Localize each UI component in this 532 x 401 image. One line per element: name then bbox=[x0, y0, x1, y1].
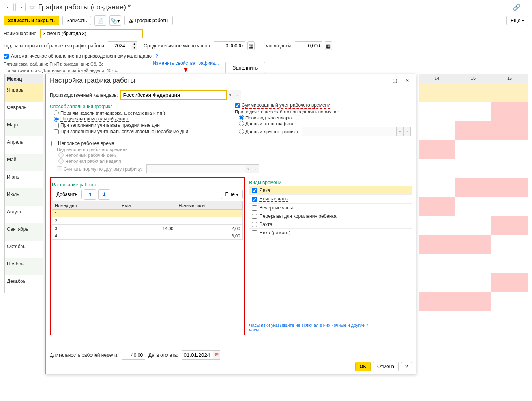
col-night: Ночные часы bbox=[176, 201, 243, 210]
by-prodcal-label: Производ. календарю bbox=[245, 115, 292, 120]
back-button[interactable]: ← bbox=[4, 3, 14, 11]
prod-calendar-dropdown[interactable]: ▾ bbox=[227, 90, 234, 100]
start-date-picker-button[interactable]: 📅 bbox=[213, 350, 220, 360]
month-oct[interactable]: Октябрь bbox=[5, 241, 43, 258]
avg-hours-input[interactable] bbox=[214, 41, 245, 50]
other-schedule-open: ▫ bbox=[404, 127, 411, 136]
month-mar[interactable]: Март bbox=[5, 119, 43, 136]
timetypes-list: Явка Ночные часы Вечерние часы Пере bbox=[249, 186, 412, 320]
help-icon[interactable]: ? bbox=[155, 53, 158, 59]
dialog-maximize-icon[interactable]: ▢ bbox=[390, 77, 399, 85]
summed-checkbox[interactable] bbox=[235, 103, 240, 108]
month-apr[interactable]: Апрель bbox=[5, 136, 43, 154]
other-schedule-input bbox=[302, 127, 397, 136]
cal-col-16: 16 bbox=[491, 74, 528, 83]
parttime-label: Неполное рабочее время bbox=[58, 141, 114, 146]
month-may[interactable]: Май bbox=[5, 154, 43, 171]
forward-button[interactable]: → bbox=[15, 3, 26, 11]
holidays-label: При заполнении учитывать праздничные дни bbox=[60, 122, 160, 128]
days-input[interactable] bbox=[295, 41, 322, 50]
other-schedule-dropdown: ▾ bbox=[397, 127, 404, 136]
timetype-evening-checkbox[interactable] bbox=[252, 205, 257, 211]
change-props-link[interactable]: Изменить свойства графика... bbox=[153, 60, 219, 66]
schedule-title: Расписание работы bbox=[52, 182, 243, 188]
print-icon-button[interactable]: 📄 bbox=[94, 15, 106, 26]
timetype-breaks-checkbox[interactable] bbox=[252, 214, 257, 219]
norm-other-checkbox bbox=[57, 166, 62, 171]
by-other-radio[interactable] bbox=[239, 129, 244, 134]
link-icon[interactable]: 🔗 bbox=[513, 4, 521, 11]
name-input[interactable] bbox=[40, 29, 143, 38]
week-len-label: Длительность рабочей недели: bbox=[50, 352, 118, 358]
table-row[interactable]: 4 6,00 bbox=[52, 232, 243, 240]
kebab-icon[interactable]: ⋮ bbox=[524, 4, 528, 10]
timetype-evening[interactable]: Вечерние часы bbox=[249, 204, 412, 212]
save-close-button[interactable]: Записать и закрыть bbox=[4, 16, 59, 25]
cancel-button[interactable]: Отмена bbox=[373, 362, 399, 371]
schedule-more-button[interactable]: Еще ▾ bbox=[221, 190, 243, 199]
table-row[interactable]: 3 14,00 2,00 bbox=[52, 225, 243, 232]
month-dec[interactable]: Декабрь bbox=[5, 275, 43, 293]
add-button[interactable]: Добавить bbox=[52, 190, 82, 199]
yavka-hint: Часы явки указывайте не включая в них но… bbox=[249, 323, 412, 332]
fill-method-title: Способ заполнения графика bbox=[50, 104, 227, 109]
by-this-radio[interactable] bbox=[239, 121, 244, 126]
month-jan[interactable]: Январь bbox=[5, 84, 43, 102]
move-down-button[interactable]: ⬇ bbox=[98, 189, 110, 200]
parttime-day-label: Неполный рабочий день bbox=[65, 153, 117, 158]
timetype-repair-checkbox[interactable] bbox=[252, 230, 257, 235]
prod-calendar-open[interactable]: ▫ bbox=[234, 90, 241, 100]
month-feb[interactable]: Февраль bbox=[5, 102, 43, 119]
avg-hours-calc-button[interactable]: ▦ bbox=[247, 41, 255, 50]
by-other-label: Данным другого графика bbox=[245, 129, 298, 134]
timetype-night-checkbox[interactable] bbox=[252, 197, 257, 202]
by-prodcal-radio[interactable] bbox=[239, 115, 244, 120]
month-nov[interactable]: Ноябрь bbox=[5, 258, 43, 275]
holidays-checkbox[interactable] bbox=[54, 123, 59, 128]
month-aug[interactable]: Август bbox=[5, 206, 43, 223]
dialog-title: Настройка графика работы bbox=[50, 77, 135, 85]
timetype-night[interactable]: Ночные часы bbox=[249, 195, 412, 204]
paid-nonwork-label: При заполнении учитывать оплачиваемые не… bbox=[60, 129, 188, 134]
year-up-button[interactable]: ▲ bbox=[131, 42, 137, 46]
fill-button[interactable]: Заполнить bbox=[225, 62, 266, 73]
dialog-help-button[interactable]: ? bbox=[401, 362, 412, 371]
table-row[interactable]: 2 bbox=[52, 217, 243, 225]
favorite-icon[interactable]: ☆ bbox=[29, 3, 35, 11]
schedule-button[interactable]: 🖨 График работы bbox=[124, 16, 172, 25]
norm-other-dropdown: ▾ bbox=[245, 164, 252, 173]
timetype-yavka[interactable]: Явка bbox=[249, 186, 412, 195]
ok-button[interactable]: ОК bbox=[355, 362, 371, 371]
days-calc-button[interactable]: ▦ bbox=[325, 41, 332, 50]
move-up-button[interactable]: ⬆ bbox=[84, 189, 96, 200]
year-down-button[interactable]: ▼ bbox=[131, 46, 137, 50]
parttime-checkbox[interactable] bbox=[51, 141, 56, 146]
more-button[interactable]: Еще ▾ bbox=[506, 16, 528, 25]
by-weekdays-label: По дням недели (пятидневка, шестидневка … bbox=[60, 111, 165, 115]
hint-help-icon[interactable]: ? bbox=[366, 323, 368, 328]
week-len-input[interactable] bbox=[122, 351, 145, 360]
month-sep[interactable]: Сентябрь bbox=[5, 223, 43, 241]
parttime-day-radio bbox=[58, 152, 64, 158]
year-input[interactable] bbox=[108, 41, 131, 50]
by-weekdays-radio[interactable] bbox=[54, 110, 59, 115]
timetype-shift-checkbox[interactable] bbox=[252, 222, 257, 227]
attach-icon-button[interactable]: 📎▾ bbox=[109, 15, 121, 26]
paid-nonwork-checkbox[interactable] bbox=[54, 129, 59, 134]
table-row[interactable]: 1 bbox=[52, 210, 243, 217]
by-cycles-radio[interactable] bbox=[54, 117, 59, 122]
auto-update-checkbox[interactable] bbox=[4, 54, 9, 59]
page-title: График работы (создание) * bbox=[38, 3, 131, 11]
timetype-breaks[interactable]: Перерывы для кормления ребенка bbox=[249, 212, 412, 220]
calendar-strip: 14 15 16 bbox=[419, 74, 528, 311]
month-jun[interactable]: Июнь bbox=[5, 171, 43, 188]
start-date-input[interactable] bbox=[182, 350, 213, 360]
timetype-yavka-checkbox[interactable] bbox=[252, 188, 257, 193]
dialog-kebab-icon[interactable]: ⋮ bbox=[377, 77, 387, 85]
save-button[interactable]: Записать bbox=[62, 16, 91, 25]
dialog-close-icon[interactable]: ✕ bbox=[403, 77, 412, 85]
month-jul[interactable]: Июль bbox=[5, 188, 43, 206]
prod-calendar-input[interactable] bbox=[120, 90, 227, 100]
timetype-shift[interactable]: Вахта bbox=[249, 220, 412, 229]
timetype-repair[interactable]: Явка (ремонт) bbox=[249, 229, 412, 237]
